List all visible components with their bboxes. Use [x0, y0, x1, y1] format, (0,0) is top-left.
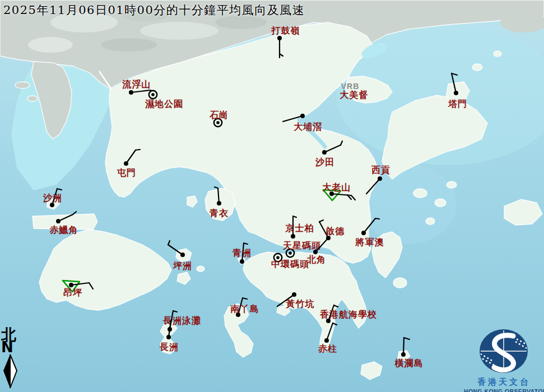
station-name-label: 香港航海學校 — [319, 309, 377, 320]
station-name-label: 長洲泳灘 — [162, 315, 201, 326]
station-name-label: 赤鱲角 — [49, 225, 78, 235]
map-title: 2025年11月06日01時00分的十分鐘平均風向及風速 — [3, 2, 305, 18]
station-dot — [361, 231, 366, 235]
station-name-label: 赤柱 — [318, 343, 337, 354]
station-name-label: 打鼓嶺 — [271, 25, 300, 36]
station-name-label: 塔門 — [448, 99, 467, 109]
station-name-label: 大老山 — [323, 182, 351, 193]
station-dot — [378, 176, 382, 181]
station-name-label: 沙田 — [315, 157, 334, 167]
station-dot — [300, 114, 305, 118]
hko-logo-name-zh: 香港天文台 — [464, 377, 544, 388]
north-arrow-icon — [1, 354, 20, 390]
wind-map-screen: 打鼓嶺流浮山濕地公園石崗塔門VRB大美督大埔滘沙田屯門西貢沙洲赤鱲角大老山啟德將… — [0, 0, 544, 392]
station-dot — [277, 36, 282, 40]
station-dot — [313, 250, 318, 254]
hko-logo: 香港天文台 HONG KONG OBSERVATORY — [464, 328, 544, 392]
station-dot — [291, 234, 295, 239]
station-dot — [240, 259, 244, 264]
station-dot — [454, 91, 458, 95]
station-dot — [324, 338, 329, 343]
station-dot — [217, 201, 221, 206]
station-name-label: 大埔滘 — [294, 122, 323, 132]
station-name-label: 中環碼頭 — [271, 259, 309, 269]
station-name-label: 北角 — [306, 254, 326, 265]
hko-logo-icon — [464, 328, 544, 374]
station-dot — [129, 90, 133, 95]
station-name-label: 青衣 — [209, 208, 229, 218]
north-letter-label: N — [1, 341, 20, 354]
station-name-label: 京士柏 — [285, 223, 314, 234]
station-name-label: 黃竹坑 — [286, 298, 315, 309]
hko-logo-name-en: HONG KONG OBSERVATORY — [464, 388, 544, 392]
station-dot — [216, 121, 220, 124]
station-dot — [180, 253, 185, 257]
station-name-label: 石崗 — [209, 110, 229, 120]
station-dot — [50, 203, 54, 207]
station-dot — [151, 93, 155, 96]
station-name-label: 長洲 — [159, 342, 179, 352]
station-name-label: 坪洲 — [173, 260, 192, 271]
station-name-label: 天星碼頭 — [282, 240, 321, 251]
station-dot — [322, 150, 327, 155]
north-compass: 北 N — [1, 327, 20, 392]
wind-barb — [375, 218, 379, 219]
station-name-label: 啟德 — [325, 226, 345, 236]
station-name-label: 橫瀾島 — [394, 358, 424, 368]
station-dot — [56, 219, 61, 223]
station-dot — [124, 161, 128, 166]
station-dot — [166, 335, 171, 339]
station-name-label: 昂坪 — [63, 287, 82, 298]
wind-barb — [136, 150, 140, 150]
station-name-label: 西貢 — [371, 165, 390, 175]
station-name-label: 大美督 — [340, 90, 369, 100]
station-dot — [289, 251, 292, 255]
station-name-label: 將軍澳 — [355, 237, 384, 248]
station-name-label: 屯門 — [117, 167, 136, 178]
station-dot — [69, 283, 73, 287]
station-name-label: 濕地公園 — [145, 99, 183, 109]
hong-kong-map: 打鼓嶺流浮山濕地公園石崗塔門VRB大美督大埔滘沙田屯門西貢沙洲赤鱲角大老山啟德將… — [0, 0, 544, 392]
station-name-label: 流浮山 — [122, 79, 151, 90]
station-dot — [401, 352, 406, 357]
station-name-label: 青洲 — [232, 248, 252, 258]
station-name-label: 沙洲 — [43, 193, 62, 203]
wind-barb — [403, 338, 404, 354]
station-name-label: 南丫島 — [230, 304, 259, 314]
station-dot — [292, 292, 296, 297]
